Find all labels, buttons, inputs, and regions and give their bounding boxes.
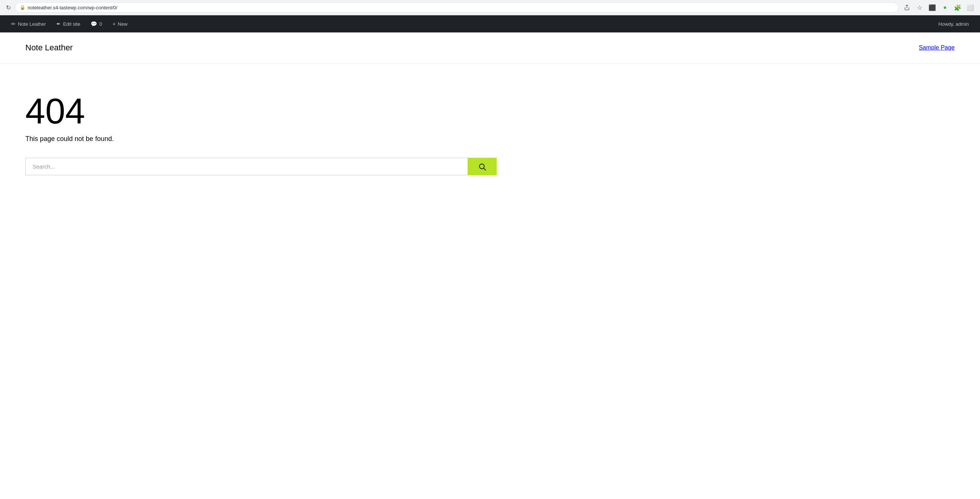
wp-logo-icon: ✏ <box>11 21 16 27</box>
adminbar-comments[interactable]: 💬 0 <box>85 15 107 32</box>
main-content: 404 This page could not be found. <box>0 64 522 198</box>
adminbar-howdy[interactable]: Howdy, admin <box>933 21 974 27</box>
error-code: 404 <box>25 93 497 129</box>
search-button[interactable] <box>468 158 497 175</box>
adminbar-edit-site[interactable]: ✒ Edit site <box>51 15 85 32</box>
address-bar[interactable]: 🔒 noteleather.s4-tastewp.com/wp-content/… <box>15 2 899 13</box>
svg-point-0 <box>480 164 484 168</box>
bookmark-button[interactable]: ☆ <box>914 2 925 13</box>
edit-site-icon: ✒ <box>56 21 61 27</box>
share-button[interactable] <box>902 2 912 13</box>
browser-actions: ☆ ⬛ ● 🧩 ⬜ <box>902 2 975 13</box>
error-message: This page could not be found. <box>25 135 497 143</box>
adminbar-site-name[interactable]: ✏ Note Leather <box>6 15 51 32</box>
site-header: Note Leather Sample Page <box>0 32 980 64</box>
reload-button[interactable]: ↻ <box>5 4 12 11</box>
search-input[interactable] <box>25 158 468 175</box>
profile-button[interactable]: ● <box>940 2 950 13</box>
browser-toolbar: ↻ 🔒 noteleather.s4-tastewp.com/wp-conten… <box>0 0 980 15</box>
browser-chrome: ↻ 🔒 noteleather.s4-tastewp.com/wp-conten… <box>0 0 980 15</box>
site-nav: Sample Page <box>919 44 955 51</box>
comments-icon: 💬 <box>91 21 97 27</box>
puzzle-button[interactable]: 🧩 <box>952 2 963 13</box>
search-container <box>25 158 497 175</box>
svg-line-1 <box>484 168 486 170</box>
nav-sample-page[interactable]: Sample Page <box>919 44 955 51</box>
wp-admin-bar: ✏ Note Leather ✒ Edit site 💬 0 + New How… <box>0 15 980 32</box>
adminbar-new[interactable]: + New <box>107 15 133 32</box>
search-icon <box>478 163 486 171</box>
menu-button[interactable]: ⬜ <box>965 2 975 13</box>
url-text: noteleather.s4-tastewp.com/wp-content/0/ <box>28 5 118 10</box>
site-logo[interactable]: Note Leather <box>25 43 73 52</box>
extensions-button[interactable]: ⬛ <box>927 2 937 13</box>
lock-icon: 🔒 <box>20 5 25 10</box>
new-icon: + <box>113 21 116 27</box>
